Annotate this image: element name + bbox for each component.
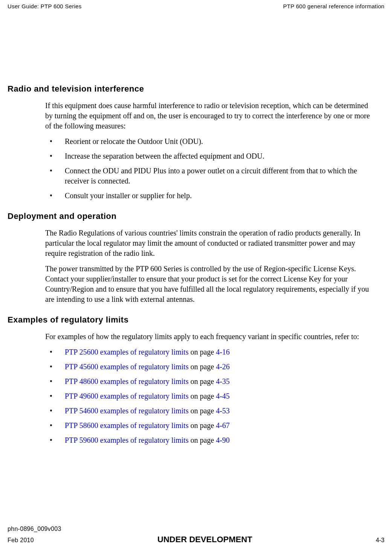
list-item: PTP 58600 examples of regulatory limits … xyxy=(45,420,377,431)
list-radio-tv: Reorient or relocate the Outdoor Unit (O… xyxy=(45,136,377,201)
list-examples: PTP 25600 examples of regulatory limits … xyxy=(45,347,377,445)
link-ptp-49600[interactable]: PTP 49600 examples of regulatory limits xyxy=(65,392,189,400)
list-item: PTP 45600 examples of regulatory limits … xyxy=(45,362,377,372)
list-item: PTP 48600 examples of regulatory limits … xyxy=(45,376,377,387)
footer-date: Feb 2010 xyxy=(8,537,34,544)
list-item: PTP 49600 examples of regulatory limits … xyxy=(45,391,377,401)
link-page-ref[interactable]: 4-90 xyxy=(216,436,230,444)
link-mid: on page xyxy=(189,348,216,356)
footer-status: UNDER DEVELOPMENT xyxy=(157,535,252,544)
list-item: PTP 59600 examples of regulatory limits … xyxy=(45,435,377,445)
link-mid: on page xyxy=(189,436,216,444)
link-page-ref[interactable]: 4-45 xyxy=(216,392,230,400)
header-right: PTP 600 general reference information xyxy=(283,3,384,9)
link-page-ref[interactable]: 4-53 xyxy=(216,407,230,415)
heading-deployment: Deployment and operation xyxy=(8,211,384,221)
link-ptp-25600[interactable]: PTP 25600 examples of regulatory limits xyxy=(65,348,189,356)
link-mid: on page xyxy=(189,407,216,415)
para-examples: For examples of how the regulatory limit… xyxy=(45,332,377,342)
list-item: Reorient or relocate the Outdoor Unit (O… xyxy=(45,136,377,147)
list-item: Consult your installer or supplier for h… xyxy=(45,191,377,201)
para-deployment-1: The Radio Regulations of various countri… xyxy=(45,228,377,258)
link-ptp-48600[interactable]: PTP 48600 examples of regulatory limits xyxy=(65,377,189,385)
link-mid: on page xyxy=(189,392,216,400)
para-deployment-2: The power transmitted by the PTP 600 Ser… xyxy=(45,264,377,304)
page-content: Radio and television interference If thi… xyxy=(8,9,384,445)
link-mid: on page xyxy=(189,377,216,385)
footer-row: Feb 2010 UNDER DEVELOPMENT 4-3 xyxy=(8,535,384,544)
heading-radio-tv: Radio and television interference xyxy=(8,84,384,94)
para-radio-tv: If this equipment does cause harmful int… xyxy=(45,101,377,131)
header-left: User Guide: PTP 600 Series xyxy=(8,3,82,9)
footer-page-number: 4-3 xyxy=(376,537,384,544)
link-ptp-58600[interactable]: PTP 58600 examples of regulatory limits xyxy=(65,421,189,430)
link-mid: on page xyxy=(189,421,216,430)
footer-docid: phn-0896_009v003 xyxy=(8,526,384,532)
link-ptp-59600[interactable]: PTP 59600 examples of regulatory limits xyxy=(65,436,189,444)
page-footer: phn-0896_009v003 Feb 2010 UNDER DEVELOPM… xyxy=(8,526,384,544)
list-item: PTP 25600 examples of regulatory limits … xyxy=(45,347,377,357)
list-item: Connect the ODU and PIDU Plus into a pow… xyxy=(45,166,377,186)
link-ptp-54600[interactable]: PTP 54600 examples of regulatory limits xyxy=(65,407,189,415)
link-page-ref[interactable]: 4-67 xyxy=(216,421,230,430)
link-page-ref[interactable]: 4-35 xyxy=(216,377,230,385)
list-item: Increase the separation between the affe… xyxy=(45,151,377,161)
link-mid: on page xyxy=(189,362,216,371)
link-ptp-45600[interactable]: PTP 45600 examples of regulatory limits xyxy=(65,362,189,371)
heading-examples: Examples of regulatory limits xyxy=(8,315,384,325)
list-item: PTP 54600 examples of regulatory limits … xyxy=(45,406,377,416)
link-page-ref[interactable]: 4-26 xyxy=(216,362,230,371)
page-header: User Guide: PTP 600 Series PTP 600 gener… xyxy=(8,0,384,9)
link-page-ref[interactable]: 4-16 xyxy=(216,348,230,356)
